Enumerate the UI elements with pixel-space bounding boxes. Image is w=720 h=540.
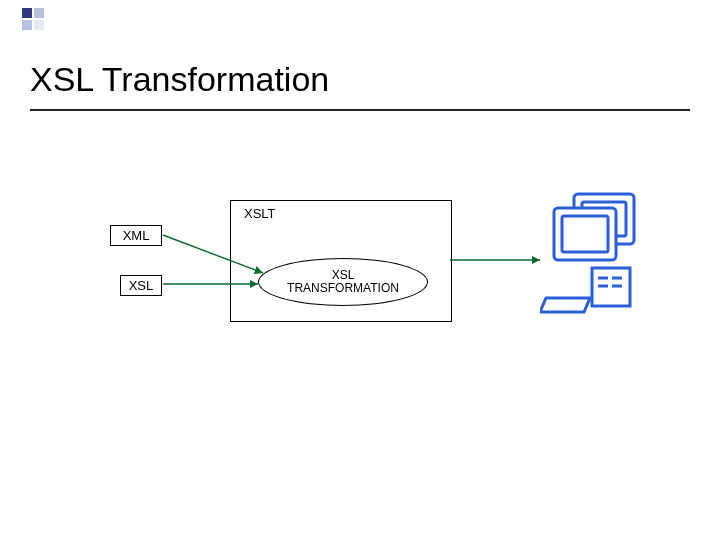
xslt-label: XSLT [244,206,276,221]
transform-label-line1: XSL [332,268,355,282]
transformation-ellipse: XSL TRANSFORMATION [258,258,428,306]
xsl-transformation-diagram: XML XSL XSLT XSL TRANSFORMATION [0,0,720,540]
computer-icon [540,190,650,320]
transform-label-line2: TRANSFORMATION [287,281,399,295]
xml-input-box: XML [110,225,162,246]
xsl-input-box: XSL [120,275,162,296]
svg-rect-7 [592,268,630,306]
